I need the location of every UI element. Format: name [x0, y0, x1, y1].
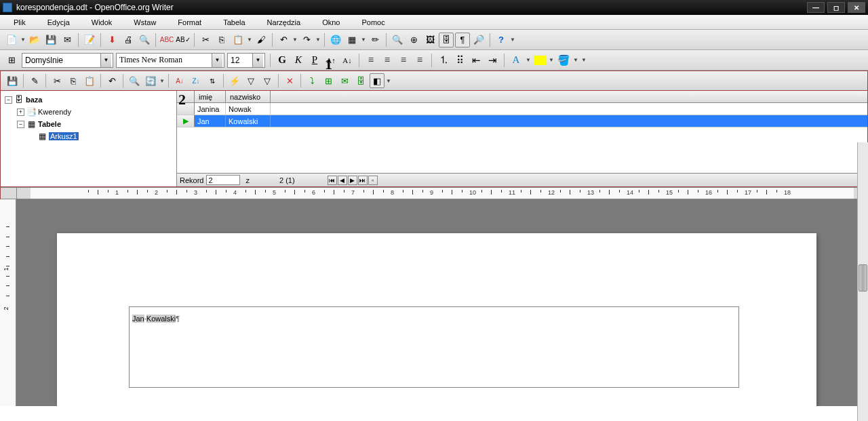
- edit-data-icon[interactable]: ✎: [27, 73, 42, 88]
- styles-icon[interactable]: ⊞: [4, 53, 19, 68]
- indent-increase-icon[interactable]: ⇥: [486, 54, 499, 67]
- paste-icon[interactable]: 📋: [231, 33, 245, 47]
- menu-narzedzia[interactable]: Narzędzia: [256, 17, 312, 28]
- align-right-icon[interactable]: ≡: [397, 54, 410, 67]
- autofilter-icon[interactable]: ⚡: [227, 73, 242, 88]
- font-size-combo[interactable]: ▼: [227, 53, 265, 68]
- document-text[interactable]: Jan·Kowalski¶: [132, 308, 180, 325]
- menu-edycja[interactable]: Edycja: [37, 17, 81, 28]
- font-name-dropdown-icon[interactable]: ▼: [212, 54, 222, 67]
- grid-cell[interactable]: Kowalski: [226, 115, 271, 127]
- subscript-icon[interactable]: A↓: [340, 54, 354, 67]
- print-icon[interactable]: 🖨: [121, 33, 136, 47]
- sort-asc-icon[interactable]: A↓: [172, 73, 187, 88]
- nav-last-icon[interactable]: ⏭: [358, 176, 368, 185]
- collapse-icon[interactable]: −: [5, 96, 12, 104]
- export-pdf-icon[interactable]: ⬇: [104, 33, 119, 47]
- sort-icon[interactable]: ⇅: [205, 73, 220, 88]
- maximize-button[interactable]: ◻: [827, 2, 845, 13]
- mail-merge-icon[interactable]: ✉: [337, 73, 352, 88]
- datasource-tree[interactable]: − 🗄 baza + 📑 Kwerendy − ▦ Tabele ▦ Arkus…: [1, 91, 177, 186]
- mailmerge-field-nazwisko[interactable]: Kowalski: [146, 315, 176, 323]
- minimize-button[interactable]: —: [807, 2, 825, 13]
- redo-dropdown-icon[interactable]: ▼: [315, 37, 321, 43]
- data-to-fields-icon[interactable]: ⊞: [321, 73, 336, 88]
- vertical-scrollbar[interactable]: [857, 142, 868, 406]
- vertical-ruler[interactable]: 12: [0, 199, 16, 406]
- background-dropdown-icon[interactable]: ▼: [573, 57, 578, 63]
- gallery-icon[interactable]: 🖼: [422, 33, 437, 47]
- row-header-current[interactable]: ▶: [177, 115, 195, 127]
- numbered-list-icon[interactable]: ⒈: [437, 54, 450, 67]
- italic-button[interactable]: K: [292, 54, 305, 67]
- scrollbar-thumb[interactable]: [859, 264, 867, 292]
- paragraph-style-input[interactable]: [22, 54, 100, 67]
- nav-next-icon[interactable]: ▶: [348, 176, 357, 185]
- nonprinting-icon[interactable]: ¶: [455, 33, 470, 47]
- font-color-dropdown-icon[interactable]: ▼: [526, 57, 531, 63]
- save-record-icon[interactable]: 💾: [5, 73, 20, 88]
- collapse-icon[interactable]: −: [17, 121, 24, 128]
- tree-node-tables[interactable]: − ▦ Tabele: [2, 118, 175, 130]
- grid-header-imie[interactable]: imię: [195, 91, 226, 102]
- new-doc-icon[interactable]: 📄: [4, 33, 19, 47]
- bold-button[interactable]: G: [275, 54, 289, 67]
- menu-wstaw[interactable]: Wstaw: [123, 17, 167, 28]
- undo-icon[interactable]: ↶: [276, 33, 291, 47]
- spellcheck-icon[interactable]: ABC: [159, 33, 174, 47]
- hyperlink-icon[interactable]: 🌐: [328, 33, 343, 47]
- highlight-dropdown-icon[interactable]: ▼: [549, 57, 554, 63]
- menu-okno[interactable]: Okno: [311, 17, 351, 28]
- undo-db-icon[interactable]: ↶: [104, 73, 119, 88]
- align-center-icon[interactable]: ≡: [380, 54, 394, 67]
- row-header[interactable]: [177, 103, 195, 115]
- data-source-icon[interactable]: 🗄: [353, 73, 368, 88]
- close-button[interactable]: ✕: [848, 2, 865, 13]
- text-frame[interactable]: Jan·Kowalski¶: [129, 306, 739, 388]
- format-overflow-icon[interactable]: ▼: [581, 57, 587, 63]
- redo-icon[interactable]: ↷: [299, 33, 314, 47]
- horizontal-ruler[interactable]: 123456789101112131415161718: [31, 188, 854, 199]
- copy-db-icon[interactable]: ⎘: [66, 73, 81, 88]
- indent-decrease-icon[interactable]: ⇤: [469, 54, 483, 67]
- font-color-icon[interactable]: A: [509, 54, 523, 67]
- paste-dropdown-icon[interactable]: ▼: [247, 37, 252, 43]
- undo-dropdown-icon[interactable]: ▼: [292, 37, 298, 43]
- format-paintbrush-icon[interactable]: 🖌: [254, 33, 269, 47]
- page-viewport[interactable]: Jan·Kowalski¶: [16, 199, 868, 406]
- menu-tabela[interactable]: Tabela: [212, 17, 256, 28]
- paragraph-style-dropdown-icon[interactable]: ▼: [100, 54, 111, 67]
- mailmerge-field-imie[interactable]: Jan: [132, 315, 144, 323]
- data-to-text-icon[interactable]: ⤵: [304, 73, 319, 88]
- background-color-icon[interactable]: 🪣: [557, 54, 570, 67]
- zoom-icon[interactable]: 🔎: [471, 33, 486, 47]
- apply-filter-icon[interactable]: ▽: [243, 73, 258, 88]
- cut-icon[interactable]: ✂: [198, 33, 213, 47]
- menu-plik[interactable]: Plik: [3, 17, 37, 28]
- menu-format[interactable]: Format: [167, 17, 212, 28]
- auto-spellcheck-icon[interactable]: AB✓: [176, 33, 191, 47]
- table-icon[interactable]: ▦: [344, 33, 359, 47]
- cut-db-icon[interactable]: ✂: [50, 73, 64, 88]
- grid-cell[interactable]: Nowak: [226, 103, 271, 115]
- tree-node-database[interactable]: − 🗄 baza: [2, 94, 175, 106]
- explorer-toggle-icon[interactable]: ◧: [370, 73, 384, 88]
- underline-button[interactable]: P: [308, 54, 321, 67]
- tree-node-queries[interactable]: + 📑 Kwerendy: [2, 106, 175, 118]
- menu-pomoc[interactable]: Pomoc: [351, 17, 395, 28]
- grid-header-nazwisko[interactable]: nazwisko: [226, 91, 271, 102]
- refresh-icon[interactable]: 🔄: [143, 73, 158, 88]
- record-number-input[interactable]: [206, 175, 240, 185]
- find-icon[interactable]: 🔍: [390, 33, 405, 47]
- grid-cell[interactable]: Janina: [195, 103, 226, 115]
- new-dropdown-icon[interactable]: ▼: [20, 37, 26, 43]
- grid-cell[interactable]: Jan: [195, 115, 226, 127]
- datasources-icon[interactable]: 🗄: [439, 33, 454, 47]
- paragraph-style-combo[interactable]: ▼: [22, 53, 113, 68]
- grid-corner[interactable]: [177, 91, 195, 102]
- highlight-icon[interactable]: [534, 56, 546, 65]
- remove-filter-icon[interactable]: ✕: [282, 73, 297, 88]
- grid-row[interactable]: Janina Nowak: [177, 103, 867, 115]
- help-icon[interactable]: ?: [494, 33, 509, 47]
- menu-widok[interactable]: Widok: [81, 17, 123, 28]
